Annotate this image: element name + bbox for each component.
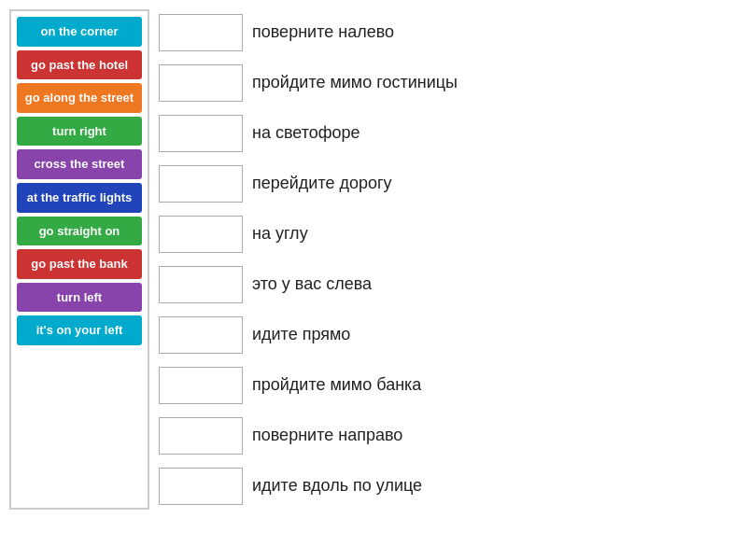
label-btn-on-the-corner[interactable]: on the corner [17,17,142,47]
match-row-row6: это у вас слева [159,261,738,308]
russian-text-row2: пройдите мимо гостиницы [252,72,458,93]
match-row-row4: перейдите дорогу [159,161,738,207]
match-row-row3: на светофоре [159,110,738,157]
match-row-row1: поверните налево [159,9,738,56]
answer-box-row6[interactable] [159,266,243,303]
answer-box-row5[interactable] [159,216,243,253]
match-row-row9: поверните направо [159,413,738,459]
label-btn-go-past-the-bank[interactable]: go past the bank [17,249,142,279]
answer-box-row4[interactable] [159,165,243,203]
russian-text-row8: пройдите мимо банка [252,374,421,396]
label-btn-turn-right[interactable]: turn right [17,117,142,147]
label-btn-cross-the-street[interactable]: cross the street [17,149,142,179]
answer-box-row8[interactable] [159,367,243,404]
answer-box-row7[interactable] [159,316,243,354]
answer-box-row1[interactable] [159,14,243,51]
russian-text-row10: идите вдоль по улице [252,475,422,497]
russian-text-row5: на углу [252,223,308,245]
right-column: поверните налевопройдите мимо гостиницын… [159,9,738,510]
russian-text-row7: идите прямо [252,324,350,345]
answer-box-row3[interactable] [159,115,243,152]
label-btn-its-on-your-left[interactable]: it's on your left [17,315,142,345]
russian-text-row9: поверните направо [252,425,402,446]
match-row-row5: на углу [159,211,738,258]
russian-text-row6: это у вас слева [252,273,372,295]
answer-box-row2[interactable] [159,64,243,102]
russian-text-row3: на светофоре [252,122,360,144]
answer-box-row10[interactable] [159,468,243,505]
match-row-row7: идите прямо [159,312,738,358]
match-row-row8: пройдите мимо банка [159,362,738,409]
russian-text-row1: поверните налево [252,21,394,43]
label-btn-go-along-the-street[interactable]: go along the street [17,83,142,113]
label-btn-turn-left[interactable]: turn left [17,283,142,313]
match-row-row10: идите вдоль по улице [159,463,738,510]
label-btn-at-the-traffic-lights[interactable]: at the traffic lights [17,183,142,213]
answer-box-row9[interactable] [159,417,243,455]
left-column: on the cornergo past the hotelgo along t… [9,9,149,510]
match-row-row2: пройдите мимо гостиницы [159,60,738,106]
russian-text-row4: перейдите дорогу [252,173,392,194]
main-container: on the cornergo past the hotelgo along t… [9,9,738,510]
label-btn-go-past-the-hotel[interactable]: go past the hotel [17,50,142,80]
label-btn-go-straight-on[interactable]: go straight on [17,217,142,246]
